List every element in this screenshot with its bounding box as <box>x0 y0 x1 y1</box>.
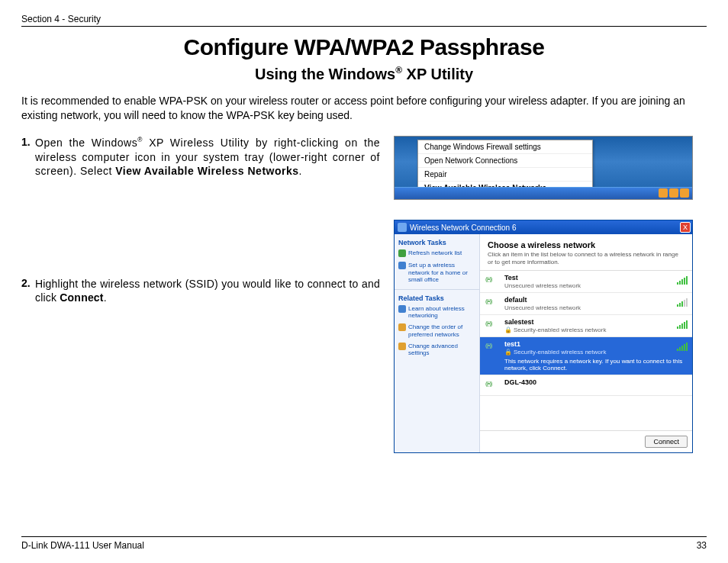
sidebar-heading-related: Related Tasks <box>398 294 475 302</box>
wifi-icon <box>486 340 500 354</box>
main-pane: Choose a wireless network Click an item … <box>480 234 692 452</box>
signal-icon <box>677 275 688 285</box>
signal-icon <box>677 320 688 329</box>
taskbar <box>395 187 692 199</box>
menu-firewall[interactable]: Change Windows Firewall settings <box>418 140 592 154</box>
intro-paragraph: It is recommended to enable WPA-PSK on y… <box>21 94 707 123</box>
lock-icon: 🔒 <box>504 349 512 355</box>
footer-page-number: 33 <box>697 540 707 551</box>
network-item-dgl[interactable]: DGL-4300 <box>480 375 692 396</box>
registered-mark: ® <box>395 65 402 76</box>
button-row: Connect <box>480 430 692 452</box>
network-item-test[interactable]: TestUnsecured wireless network <box>480 271 692 293</box>
menu-open-connections[interactable]: Open Network Connections <box>418 154 592 168</box>
tray-icon[interactable] <box>680 188 689 198</box>
network-item-default[interactable]: defaultUnsecured wireless network <box>480 293 692 315</box>
section-header: Section 4 - Security <box>21 14 707 24</box>
sidebar-refresh[interactable]: Refresh network list <box>398 249 475 257</box>
lock-icon: 🔒 <box>504 327 512 333</box>
menu-repair[interactable]: Repair <box>418 168 592 182</box>
step-1: 1. Open the Windows® XP Wireless Utility… <box>21 136 380 178</box>
sidebar-separator <box>395 289 479 290</box>
subtitle-post: XP Utility <box>402 66 473 82</box>
refresh-icon <box>398 249 406 257</box>
wifi-icon <box>486 378 500 392</box>
close-button[interactable]: X <box>680 222 691 233</box>
footer-manual-name: D-Link DWA-111 User Manual <box>21 540 144 551</box>
step-1-body: Open the Windows® XP Wireless Utility by… <box>35 136 380 178</box>
page-subtitle: Using the Windows® XP Utility <box>21 65 707 83</box>
signal-icon <box>677 342 688 351</box>
step-2-number: 2. <box>21 277 35 304</box>
titlebar: Wireless Network Connection 6 X <box>395 220 692 234</box>
sidebar-advanced[interactable]: Change advanced settings <box>398 343 475 356</box>
subtitle-pre: Using the Windows <box>255 66 395 82</box>
wifi-icon <box>486 274 500 288</box>
page-footer: D-Link DWA-111 User Manual 33 <box>21 536 707 551</box>
titlebar-text: Wireless Network Connection 6 <box>410 224 517 232</box>
network-list: TestUnsecured wireless network defaultUn… <box>480 270 692 431</box>
wifi-icon <box>486 296 500 310</box>
sidebar-learn[interactable]: Learn about wireless networking <box>398 305 475 319</box>
choose-subtext: Click an item in the list below to conne… <box>480 251 692 269</box>
step-1-number: 1. <box>21 136 35 178</box>
screenshot-wireless-dialog: Wireless Network Connection 6 X Network … <box>394 220 693 453</box>
signal-icon <box>677 298 688 307</box>
gear-icon <box>398 343 406 350</box>
wireless-icon <box>398 223 407 232</box>
wifi-icon <box>486 318 500 332</box>
sidebar: Network Tasks Refresh network list Set u… <box>395 234 480 452</box>
setup-icon <box>398 262 406 269</box>
tray-icon[interactable] <box>659 188 668 198</box>
network-item-test1-selected[interactable]: test1 🔒Security-enabled wireless network… <box>480 337 692 375</box>
network-item-salestest[interactable]: salestest🔒Security-enabled wireless netw… <box>480 315 692 337</box>
system-tray <box>659 188 689 198</box>
sidebar-heading-network-tasks: Network Tasks <box>398 239 475 246</box>
header-rule <box>21 26 707 27</box>
choose-heading: Choose a wireless network <box>480 234 692 251</box>
network-note: This network requires a network key. If … <box>504 358 686 372</box>
sidebar-order[interactable]: Change the order of preferred networks <box>398 323 475 337</box>
footer-rule <box>21 536 707 537</box>
sidebar-setup[interactable]: Set up a wireless network for a home or … <box>398 262 475 283</box>
star-icon <box>398 323 406 331</box>
step-2: 2. Highlight the wireless network (SSID)… <box>21 277 380 304</box>
step-2-body: Highlight the wireless network (SSID) yo… <box>35 277 380 304</box>
connect-button[interactable]: Connect <box>645 436 688 448</box>
learn-icon <box>398 305 406 313</box>
tray-icon[interactable] <box>669 188 678 198</box>
screenshot-context-menu: Change Windows Firewall settings Open Ne… <box>394 136 693 200</box>
page-title: Configure WPA/WPA2 Passphrase <box>21 34 707 60</box>
